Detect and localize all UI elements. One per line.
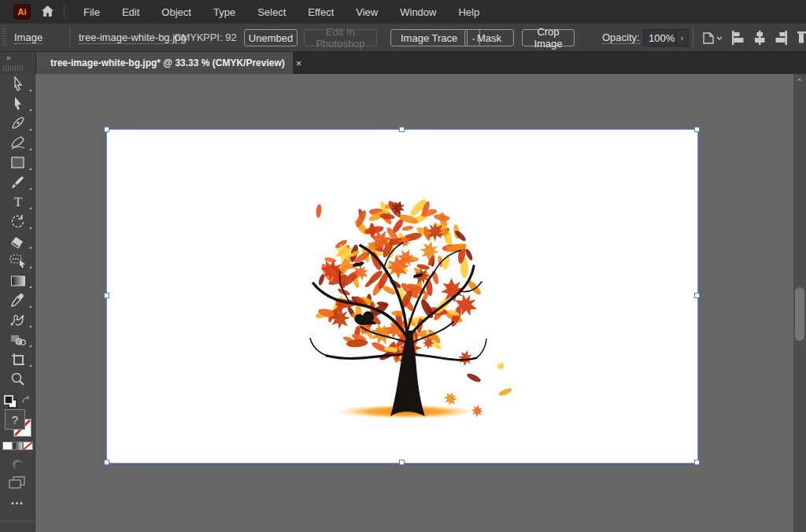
menu-effect[interactable]: Effect xyxy=(300,0,342,24)
tool-gradient[interactable] xyxy=(0,271,35,290)
tool-selection[interactable] xyxy=(0,74,35,94)
menu-select[interactable]: Select xyxy=(250,0,294,24)
tool-flyout-mark xyxy=(29,227,31,229)
tool-pen[interactable] xyxy=(0,113,35,133)
tool-flyout-mark xyxy=(29,305,31,308)
selection-handle-middle-left[interactable] xyxy=(104,293,109,298)
tool-flyout-mark xyxy=(29,109,31,111)
menu-divider xyxy=(64,5,65,19)
menu-view[interactable]: View xyxy=(348,0,386,24)
tools-panel: T xyxy=(0,74,35,532)
tool-flyout-mark xyxy=(29,187,31,190)
collapse-panel-chevron-icon[interactable]: ⌃ xyxy=(796,77,803,87)
none-button[interactable] xyxy=(23,441,33,450)
home-icon[interactable] xyxy=(41,5,54,20)
divider xyxy=(693,27,693,49)
edit-in-photoshop-button[interactable]: Edit In Photoshop xyxy=(304,29,377,46)
align-to-artboard-dropdown[interactable] xyxy=(701,30,723,49)
menu-window[interactable]: Window xyxy=(392,0,444,24)
ppi-label: PPI: 92 xyxy=(203,31,237,43)
divider xyxy=(69,27,70,49)
tab-close-icon[interactable]: × xyxy=(296,57,302,69)
tool-flyout-mark xyxy=(29,286,31,288)
unembed-button[interactable]: Unembed xyxy=(244,29,298,46)
selection-handle-top-left[interactable] xyxy=(104,127,109,132)
opacity-stepper-arrow[interactable]: › xyxy=(676,29,689,46)
tool-flyout-mark xyxy=(29,325,31,327)
screen-mode-icon[interactable] xyxy=(9,475,26,493)
control-bar: Image tree-image-white-bg.jpg CMYK PPI: … xyxy=(0,24,806,52)
bird-icon xyxy=(353,262,364,268)
right-panel-strip: ⌃ xyxy=(793,74,806,532)
context-label-image[interactable]: Image xyxy=(14,31,43,44)
canvas-area[interactable] xyxy=(35,74,793,532)
fill-stroke-area: ? ••• xyxy=(0,389,35,515)
vertical-scrollbar-thumb[interactable] xyxy=(795,287,804,341)
toolbar-divider xyxy=(0,521,35,522)
align-left-icon[interactable] xyxy=(730,30,745,49)
mask-button[interactable]: Mask xyxy=(464,29,514,46)
tool-paintbrush[interactable] xyxy=(0,172,35,192)
tool-flyout-mark xyxy=(29,207,31,209)
tool-eyedropper[interactable] xyxy=(0,290,35,310)
illustrator-logo-icon[interactable]: Ai xyxy=(13,4,31,20)
menu-object[interactable]: Object xyxy=(153,0,199,24)
tool-direct-selection[interactable] xyxy=(0,94,35,113)
tool-symbol-sprayer[interactable] xyxy=(0,330,35,349)
menu-bar: Ai File Edit Object Type Select Effect V… xyxy=(0,0,806,24)
tool-rectangle[interactable] xyxy=(0,153,35,172)
tool-flyout-mark xyxy=(29,168,31,170)
tool-flyout-mark xyxy=(29,364,31,367)
gradient-button[interactable] xyxy=(13,441,23,450)
opacity-input[interactable]: 100% xyxy=(643,29,676,46)
color-mode-label: CMYK xyxy=(174,31,204,43)
selection-handle-top-center[interactable] xyxy=(399,127,405,132)
linked-filename[interactable]: tree-image-white-bg.jpg xyxy=(79,31,187,44)
menu-type[interactable]: Type xyxy=(205,0,243,24)
document-tab-bar: » tree-image-white-bg.jpg* @ 33.33 % (CM… xyxy=(0,52,806,74)
artboard[interactable] xyxy=(107,130,697,463)
selection-handle-middle-right[interactable] xyxy=(694,293,700,298)
paint-buttons xyxy=(2,441,33,450)
document-tab-title: tree-image-white-bg.jpg* @ 33.33 % (CMYK… xyxy=(50,57,285,68)
menu-help[interactable]: Help xyxy=(450,0,487,24)
tool-flyout-mark xyxy=(29,128,31,131)
align-right-icon[interactable] xyxy=(775,30,789,49)
tool-artboard[interactable] xyxy=(0,349,35,369)
selection-handle-bottom-left[interactable] xyxy=(104,460,109,465)
tool-eraser[interactable] xyxy=(0,231,35,251)
control-bar-grip[interactable] xyxy=(2,28,6,47)
tool-shaper[interactable] xyxy=(0,251,35,271)
collapse-tools-icon[interactable]: » xyxy=(6,54,10,62)
tool-flyout-mark xyxy=(29,266,31,268)
align-top-icon[interactable] xyxy=(797,30,806,49)
tool-flyout-mark xyxy=(29,89,31,91)
tree-trunk xyxy=(390,331,425,416)
menu-edit[interactable]: Edit xyxy=(114,0,147,24)
align-horizontal-center-icon[interactable] xyxy=(752,30,767,49)
fill-swatch[interactable]: ? xyxy=(5,409,25,430)
menu-file[interactable]: File xyxy=(76,0,108,24)
autumn-tree-image[interactable] xyxy=(107,130,697,463)
tool-zoom[interactable] xyxy=(0,369,35,389)
tool-rotate[interactable] xyxy=(0,212,35,231)
tool-curvature[interactable] xyxy=(0,133,35,153)
drawing-mode-icon[interactable] xyxy=(11,458,24,474)
selection-handle-top-right[interactable] xyxy=(694,127,700,132)
color-button[interactable] xyxy=(2,441,13,450)
tool-type[interactable]: T xyxy=(0,192,35,212)
document-tab[interactable]: tree-image-white-bg.jpg* @ 33.33 % (CMYK… xyxy=(36,52,293,74)
tools-panel-grip[interactable] xyxy=(3,65,24,71)
tool-blend[interactable] xyxy=(0,310,35,330)
tool-flyout-mark xyxy=(29,148,31,150)
illustrator-window: Ai File Edit Object Type Select Effect V… xyxy=(0,0,806,532)
selection-handle-bottom-center[interactable] xyxy=(399,460,405,465)
swap-fill-stroke-icon[interactable] xyxy=(21,395,33,409)
tool-flyout-mark xyxy=(29,345,31,347)
edit-toolbar-button[interactable]: ••• xyxy=(0,499,35,515)
tool-flyout-mark xyxy=(29,246,31,249)
crop-image-button[interactable]: Crop Image xyxy=(522,29,575,46)
image-trace-button[interactable]: Image Trace xyxy=(391,30,467,46)
selection-handle-bottom-right[interactable] xyxy=(694,460,700,465)
opacity-label[interactable]: Opacity: xyxy=(602,31,640,44)
